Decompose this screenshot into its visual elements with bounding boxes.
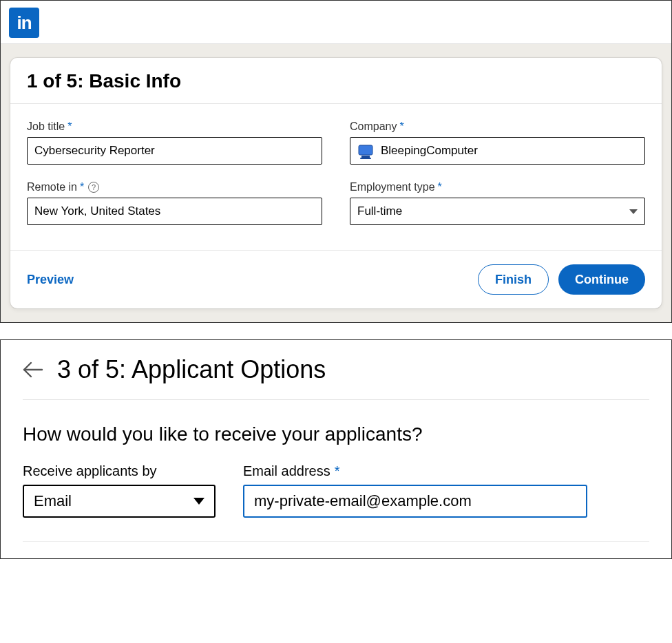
- button-group: Finish Continue: [478, 264, 645, 295]
- preview-link[interactable]: Preview: [27, 273, 74, 287]
- company-logo-icon: [357, 144, 374, 158]
- card-header: 1 of 5: Basic Info: [10, 58, 662, 104]
- linkedin-logo-text: in: [17, 12, 31, 34]
- email-address-label-text: Email address: [243, 463, 330, 479]
- card-body: Job title * Cybersecurity Reporter Compa…: [10, 104, 662, 250]
- basic-info-card: 1 of 5: Basic Info Job title * Cybersecu…: [10, 58, 662, 308]
- field-remote-in: Remote in * ? New York, United States: [27, 181, 322, 225]
- remote-in-label: Remote in * ?: [27, 181, 322, 193]
- receive-by-select[interactable]: Email: [23, 485, 216, 518]
- receive-by-label: Receive applicants by: [23, 463, 216, 479]
- email-address-input[interactable]: my-private-email@example.com: [243, 485, 587, 518]
- svg-rect-2: [360, 158, 371, 159]
- field-receive-by: Receive applicants by Email: [23, 463, 216, 518]
- field-email-address: Email address * my-private-email@example…: [243, 463, 587, 518]
- employment-type-label: Employment type *: [350, 181, 645, 193]
- card-container: 1 of 5: Basic Info Job title * Cybersecu…: [1, 44, 671, 322]
- remote-in-label-text: Remote in: [27, 181, 77, 193]
- panel2-header: 3 of 5: Applicant Options: [23, 355, 649, 400]
- field-job-title: Job title * Cybersecurity Reporter: [27, 120, 322, 165]
- question-heading: How would you like to receive your appli…: [23, 423, 649, 445]
- panel2-inner: 3 of 5: Applicant Options How would you …: [1, 340, 671, 558]
- svg-rect-1: [361, 156, 370, 158]
- receive-by-value: Email: [34, 492, 72, 510]
- required-marker: *: [67, 120, 72, 133]
- required-marker: *: [438, 181, 442, 193]
- required-marker: *: [80, 181, 84, 193]
- email-address-label: Email address *: [243, 463, 587, 479]
- finish-button[interactable]: Finish: [478, 264, 549, 295]
- panel2-body: How would you like to receive your appli…: [23, 400, 649, 542]
- company-value: BleepingComputer: [381, 144, 478, 158]
- panel-basic-info: in 1 of 5: Basic Info Job title * Cybers…: [0, 0, 672, 323]
- continue-button[interactable]: Continue: [558, 264, 645, 295]
- email-address-value: my-private-email@example.com: [254, 492, 472, 510]
- employment-type-select[interactable]: Full-time: [350, 198, 645, 225]
- required-marker: *: [399, 120, 403, 133]
- step-title: 3 of 5: Applicant Options: [57, 355, 326, 384]
- remote-in-input[interactable]: New York, United States: [27, 198, 322, 225]
- company-input[interactable]: BleepingComputer: [350, 137, 645, 165]
- job-title-label: Job title *: [27, 120, 322, 133]
- chevron-down-icon: [629, 209, 638, 214]
- job-title-label-text: Job title: [27, 120, 65, 133]
- receive-by-label-text: Receive applicants by: [23, 463, 157, 479]
- employment-type-label-text: Employment type: [350, 181, 435, 193]
- remote-in-value: New York, United States: [34, 204, 160, 218]
- help-icon[interactable]: ?: [88, 182, 99, 193]
- chevron-down-icon: [193, 498, 204, 505]
- card-footer: Preview Finish Continue: [10, 250, 662, 308]
- job-title-input[interactable]: Cybersecurity Reporter: [27, 137, 322, 165]
- required-marker: *: [335, 463, 340, 479]
- continue-button-label: Continue: [575, 273, 629, 287]
- panel-applicant-options: 3 of 5: Applicant Options How would you …: [0, 339, 672, 559]
- linkedin-logo[interactable]: in: [9, 8, 39, 38]
- company-label-text: Company: [350, 120, 397, 133]
- top-bar: in: [1, 1, 671, 44]
- field-employment-type: Employment type * Full-time: [350, 181, 645, 225]
- finish-button-label: Finish: [495, 273, 532, 287]
- company-label: Company *: [350, 120, 645, 133]
- svg-rect-0: [359, 145, 372, 155]
- back-arrow-icon[interactable]: [23, 361, 43, 378]
- step-title: 1 of 5: Basic Info: [27, 70, 645, 92]
- row-applicant-fields: Receive applicants by Email Email addres…: [23, 463, 649, 542]
- employment-type-value: Full-time: [357, 204, 402, 218]
- job-title-value: Cybersecurity Reporter: [34, 144, 155, 158]
- field-company: Company * BleepingCompute: [350, 120, 645, 165]
